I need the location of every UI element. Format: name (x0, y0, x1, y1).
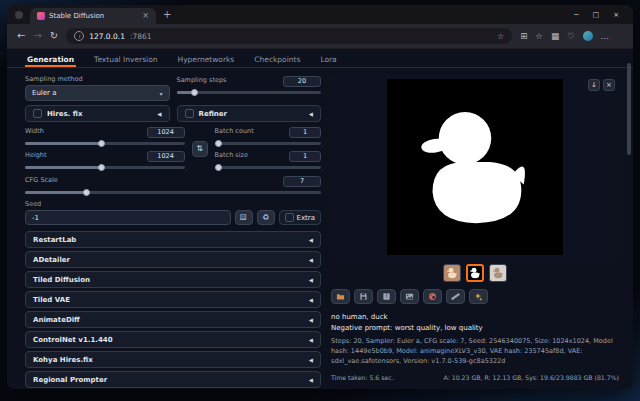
refiner-label: Refiner (199, 110, 228, 118)
height-group: Height 1024 (25, 150, 185, 171)
accordion-tiled-diffusion[interactable]: Tiled Diffusion ◀ (25, 271, 321, 288)
tab-close-icon[interactable]: × (142, 12, 149, 20)
batch-count-input[interactable]: 1 (289, 127, 321, 138)
cfg-scale-input[interactable]: 7 (283, 176, 321, 187)
extra-seed-toggle[interactable]: Extra (279, 210, 321, 225)
more-menu-icon[interactable]: … (601, 32, 610, 41)
dimensions-row: Width 1024 (25, 126, 321, 171)
tab-search-icon[interactable] (15, 11, 23, 19)
accordion-controlnet[interactable]: ControlNet v1.1.440 ◀ (25, 331, 321, 348)
send-to-extras-button[interactable] (446, 289, 465, 304)
hires-fix-toggle[interactable]: Hires. fix ◀ (25, 105, 170, 122)
back-icon[interactable]: ← (17, 31, 25, 41)
accordion-kohya-hires[interactable]: Kohya Hires.fix ◀ (25, 351, 321, 368)
collapse-arrow-icon: ◀ (309, 317, 313, 323)
open-folder-button[interactable] (331, 289, 350, 304)
forward-icon[interactable]: → (33, 31, 41, 41)
send-to-inpaint-button[interactable] (423, 289, 442, 304)
close-icon: × (606, 81, 612, 89)
profile-avatar[interactable] (583, 31, 593, 41)
close-window-button[interactable]: × (613, 11, 619, 19)
hires-refiner-row: Hires. fix ◀ Refiner ◀ (25, 105, 321, 122)
reuse-seed-button[interactable]: ♻ (257, 210, 275, 225)
generated-image[interactable] (387, 79, 563, 255)
slider-thumb[interactable] (98, 140, 105, 147)
browser-essentials-icon[interactable]: ♡ (567, 32, 575, 41)
height-slider[interactable] (25, 163, 185, 171)
swap-dimensions-button[interactable]: ⇅ (192, 141, 208, 157)
cfg-scale-label: CFG Scale (25, 176, 58, 184)
slider-thumb[interactable] (215, 140, 222, 147)
swap-column: ⇅ (191, 126, 209, 171)
thumbnail-2-selected[interactable] (466, 264, 484, 282)
floppy-disk-icon (359, 292, 368, 301)
slider-thumb[interactable] (191, 89, 198, 96)
site-info-icon[interactable]: i (74, 31, 84, 41)
batch-size-input[interactable]: 1 (289, 151, 321, 162)
browser-tab[interactable]: Stable Diffusion × (30, 8, 156, 24)
seed-label: Seed (25, 200, 321, 208)
slider-thumb[interactable] (215, 164, 222, 171)
extra-checkbox[interactable] (285, 213, 294, 222)
refresh-icon[interactable]: ↻ (50, 31, 58, 41)
browser-tab-strip: Stable Diffusion × + ─ □ × (7, 5, 633, 24)
tab-lora[interactable]: Lora (318, 55, 338, 67)
window-controls: ─ □ × (574, 11, 625, 19)
thumbnail-3[interactable] (489, 264, 507, 282)
accordion-tiled-vae[interactable]: Tiled VAE ◀ (25, 291, 321, 308)
split-screen-icon[interactable]: ⊞ (520, 32, 527, 41)
accordion-adetailer[interactable]: ADetailer ◀ (25, 251, 321, 268)
collapse-arrow-icon: ◀ (309, 337, 313, 343)
duck-thumb-icon (468, 266, 482, 280)
sampling-method-dropdown[interactable]: Euler a ▾ (25, 85, 170, 101)
maximize-button[interactable]: □ (593, 11, 600, 19)
batch-size-slider[interactable] (215, 163, 321, 171)
refiner-checkbox[interactable] (185, 109, 194, 118)
accordion-animatediff[interactable]: AnimateDiff ◀ (25, 311, 321, 328)
collections-icon[interactable]: ▦ (551, 32, 559, 41)
download-image-button[interactable]: ↓ (588, 79, 600, 91)
page-scrollbar[interactable] (627, 63, 631, 155)
hires-fix-label: Hires. fix (47, 110, 82, 118)
favorites-bar-icon[interactable]: ☆ (535, 32, 543, 41)
save-image-button[interactable] (354, 289, 373, 304)
tab-title: Stable Diffusion (49, 12, 138, 20)
batch-count-slider[interactable] (215, 139, 321, 147)
hires-fix-checkbox[interactable] (33, 109, 42, 118)
height-input[interactable]: 1024 (147, 151, 185, 162)
refiner-toggle[interactable]: Refiner ◀ (177, 105, 322, 122)
slider-track (177, 91, 322, 94)
cfg-scale-slider[interactable] (25, 188, 321, 196)
close-gallery-button[interactable]: × (603, 79, 615, 91)
slider-fill (25, 166, 102, 169)
save-zip-button[interactable] (377, 289, 396, 304)
thumbnail-1[interactable] (443, 264, 461, 282)
duck-silhouette-image (400, 92, 550, 242)
address-bar[interactable]: i 127.0.0.1 :7861 ☆ (66, 28, 512, 44)
tab-hypernetworks[interactable]: Hypernetworks (176, 55, 237, 67)
collapse-arrow-icon: ◀ (157, 111, 161, 117)
slider-thumb[interactable] (83, 189, 90, 196)
width-slider[interactable] (25, 139, 185, 147)
extras-sparkle-button[interactable] (469, 289, 488, 304)
accordion-regional-prompter[interactable]: Regional Prompter ◀ (25, 371, 321, 388)
new-tab-button[interactable]: + (163, 9, 171, 20)
batch-count-group: Batch count 1 (215, 126, 321, 147)
width-input[interactable]: 1024 (147, 127, 185, 138)
accordion-restartlab[interactable]: RestartLab ◀ (25, 231, 321, 248)
minimize-button[interactable]: ─ (574, 11, 578, 19)
width-label: Width (25, 127, 44, 135)
duck-thumb-icon (445, 266, 459, 280)
chevron-down-icon: ▾ (159, 90, 162, 97)
send-to-img2img-button[interactable] (400, 289, 419, 304)
slider-thumb[interactable] (98, 164, 105, 171)
seed-input[interactable]: -1 (25, 210, 231, 225)
sampling-steps-input[interactable]: 20 (283, 76, 321, 87)
tab-generation[interactable]: Generation (25, 55, 76, 67)
sampling-method-value: Euler a (32, 89, 57, 97)
favorites-star-icon[interactable]: ☆ (497, 32, 504, 41)
sampling-steps-slider[interactable] (177, 88, 322, 96)
tab-textual-inversion[interactable]: Textual Inversion (92, 55, 159, 67)
random-seed-button[interactable]: ⚄ (235, 210, 253, 225)
tab-checkpoints[interactable]: Checkpoints (252, 55, 302, 67)
